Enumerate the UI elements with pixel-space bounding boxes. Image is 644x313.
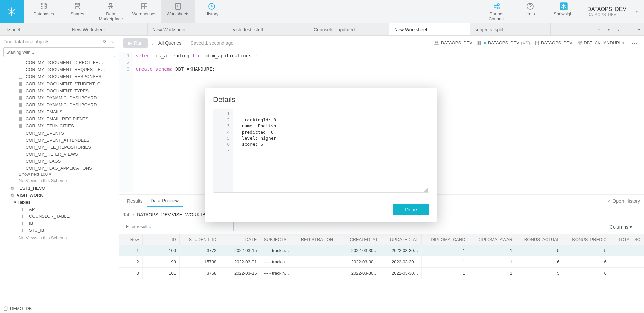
- run-button[interactable]: ▶ Run: [123, 38, 148, 48]
- tree-table-item[interactable]: COR_MY_EMAIL_RECIPIENTS: [2, 115, 117, 122]
- nav-databases[interactable]: Databases: [27, 0, 60, 24]
- worksheet-tab[interactable]: New Worksheet: [67, 23, 148, 35]
- nav-shares[interactable]: Shares: [60, 0, 94, 24]
- worksheet-tab[interactable]: Counselor_updated: [309, 23, 389, 35]
- nav-snowsight[interactable]: Snowsight: [547, 0, 581, 24]
- account-menu[interactable]: DATAOPS_DEV DATAOPS_DEV: [581, 6, 633, 17]
- tree-table-item[interactable]: STU_IB: [2, 227, 117, 234]
- snowflake-logo[interactable]: [0, 0, 24, 23]
- svg-rect-6: [176, 3, 180, 9]
- tree-table-item[interactable]: IB: [2, 220, 117, 227]
- column-header[interactable]: ID: [142, 234, 179, 245]
- object-tree[interactable]: COR_MY_DOCUMENT_DIRECT_FR…COR_MY_DOCUMEN…: [0, 59, 119, 304]
- worksheet-tab[interactable]: New Worksheet: [389, 23, 470, 35]
- context-database[interactable]: DATAOPS_DEV: [535, 40, 572, 45]
- tree-table-item[interactable]: COR_MY_FILTER_VIEWS: [2, 151, 117, 158]
- done-button[interactable]: Done: [393, 204, 429, 215]
- tree-schema-item[interactable]: VISH_WORK: [2, 192, 117, 199]
- worksheet-tab[interactable]: ksheet: [0, 23, 67, 35]
- svg-rect-33: [23, 215, 26, 218]
- column-header[interactable]: SUBJECTS: [260, 234, 297, 245]
- collapse-sidebar-icon[interactable]: «: [110, 38, 115, 45]
- toolbar-more-button[interactable]: ⋯: [629, 39, 640, 47]
- table-row[interactable]: 299157382022-03-01--- - trackin…2022-03-…: [119, 256, 644, 268]
- tree-table-item[interactable]: COR_MY_DOCUMENT_TYPES: [2, 87, 117, 94]
- top-navbar: DatabasesSharesData MarketplaceWarehouse…: [0, 0, 644, 23]
- column-header[interactable]: UPDATED_AT: [381, 234, 422, 245]
- column-header[interactable]: DIPLOMA_CAND: [422, 234, 469, 245]
- nav-partner-connect[interactable]: Partner Connect: [480, 0, 513, 24]
- worksheet-tab[interactable]: New Worksheet: [148, 23, 228, 35]
- sidebar-footer-db[interactable]: DEMO_DB: [0, 304, 119, 313]
- tree-table-item[interactable]: COR_MY_DOCUMENT_DIRECT_FR…: [2, 59, 117, 66]
- all-queries-input[interactable]: [152, 41, 156, 45]
- tree-schema-item[interactable]: TEST1_HEVO: [2, 185, 117, 192]
- tree-table-item[interactable]: COR_MY_DYNAMIC_DASHBOARD_…: [2, 94, 117, 101]
- nav-history[interactable]: History: [195, 0, 228, 24]
- open-history-button[interactable]: ↗ Open History: [607, 198, 640, 204]
- svg-rect-29: [19, 167, 22, 170]
- tree-table-item[interactable]: COR_MY_DOCUMENT_RESPONSES: [2, 73, 117, 80]
- tree-table-item[interactable]: COR_MY_DYNAMIC_DASHBOARD_…: [2, 101, 117, 108]
- subjects-cell[interactable]: --- - trackin…: [260, 245, 297, 256]
- nav-warehouses[interactable]: Warehouses: [128, 0, 161, 24]
- tree-table-item[interactable]: COR_MY_EVENT_ATTENDEES: [2, 137, 117, 144]
- tree-table-item[interactable]: COR_MY_DOCUMENT_REQUEST_E…: [2, 66, 117, 73]
- tree-table-item[interactable]: COR_MY_ETHNICITIES: [2, 122, 117, 129]
- tab-menu-button[interactable]: ▾: [604, 23, 614, 36]
- tree-table-item[interactable]: COR_MY_FLAG_APPLICATIONS: [2, 165, 117, 172]
- tree-table-item[interactable]: COUNSLOR_TABLE: [2, 213, 117, 220]
- column-header[interactable]: TOTAL_SC: [610, 234, 644, 245]
- column-header[interactable]: DATE: [220, 234, 260, 245]
- tree-section-header[interactable]: ▾ Tables: [2, 199, 117, 206]
- svg-rect-25: [19, 139, 22, 142]
- all-queries-checkbox[interactable]: All Queries: [152, 40, 181, 46]
- filter-result-input[interactable]: [123, 222, 234, 231]
- add-tab-button[interactable]: ＋: [594, 23, 604, 36]
- modal-code-view[interactable]: 1234567 ---- trackingId: 0 name: English…: [213, 109, 429, 193]
- tab-results[interactable]: Results: [123, 196, 147, 206]
- table-icon: [19, 89, 24, 93]
- nav-help[interactable]: Help: [513, 0, 547, 24]
- tabs-more-button[interactable]: ▾: [634, 23, 644, 36]
- tree-table-item[interactable]: COR_MY_EMAILS: [2, 108, 117, 115]
- tab-data-preview[interactable]: Data Preview: [147, 195, 183, 207]
- column-header[interactable]: REGISTRATION_: [297, 234, 341, 245]
- resize-grip[interactable]: [424, 188, 428, 192]
- tree-table-item[interactable]: COR_MY_FILE_REPOSITORIES: [2, 144, 117, 151]
- svg-rect-32: [23, 208, 26, 211]
- subjects-cell[interactable]: --- - trackin…: [260, 268, 297, 279]
- table-row[interactable]: 310137682022-03-15--- - trackin…2022-03-…: [119, 268, 644, 279]
- refresh-icon[interactable]: ⟳: [102, 38, 108, 45]
- worksheet-tab[interactable]: subjects_split: [470, 23, 551, 35]
- subjects-cell[interactable]: --- - trackin…: [260, 256, 297, 268]
- column-header[interactable]: BONUS_ACTUAL: [516, 234, 563, 245]
- fullscreen-icon[interactable]: ⛶: [635, 224, 639, 230]
- nav-worksheets[interactable]: Worksheets: [161, 0, 195, 24]
- expand-icon: ↗: [607, 198, 611, 204]
- column-header[interactable]: CREATED_AT: [341, 234, 381, 245]
- column-header[interactable]: Row: [119, 234, 142, 245]
- column-header[interactable]: BONUS_PREDIC: [563, 234, 610, 245]
- table-row[interactable]: 110037722022-03-15--- - trackin…2022-03-…: [119, 245, 644, 256]
- object-browser-sidebar: Find database objects ⟳ « COR_MY_DOCUMEN…: [0, 36, 119, 313]
- nav-data-marketplace[interactable]: Data Marketplace: [94, 0, 128, 24]
- context-role[interactable]: DATAOPS_DEV: [434, 40, 472, 45]
- tree-table-item[interactable]: COR_MY_FLAGS: [2, 158, 117, 165]
- object-search-input[interactable]: [3, 47, 115, 57]
- column-header[interactable]: STUDENT_ID: [179, 234, 220, 245]
- scroll-tabs-right-button[interactable]: ›: [614, 23, 624, 36]
- worksheet-tab[interactable]: vish_test_stuff: [228, 23, 309, 35]
- columns-dropdown[interactable]: Columns ▾: [610, 224, 632, 230]
- context-schema[interactable]: DBT_AKHANDURI ▾: [577, 40, 625, 45]
- show-next-button[interactable]: Show next 100 ▾: [2, 172, 117, 177]
- column-header[interactable]: DIPLOMA_AWAR: [469, 234, 516, 245]
- context-warehouse[interactable]: ● DATAOPS_DEV (XS): [477, 40, 530, 45]
- chevron-down-icon[interactable]: ▾: [633, 9, 641, 14]
- svg-rect-15: [19, 68, 22, 71]
- tree-table-item[interactable]: COR_MY_DOCUMENT_STUDENT_C…: [2, 80, 117, 87]
- account-sub: DATAOPS_DEV: [587, 12, 626, 17]
- tree-table-item[interactable]: AP: [2, 206, 117, 213]
- svg-rect-21: [19, 110, 22, 113]
- tree-table-item[interactable]: COR_MY_EVENTS: [2, 129, 117, 137]
